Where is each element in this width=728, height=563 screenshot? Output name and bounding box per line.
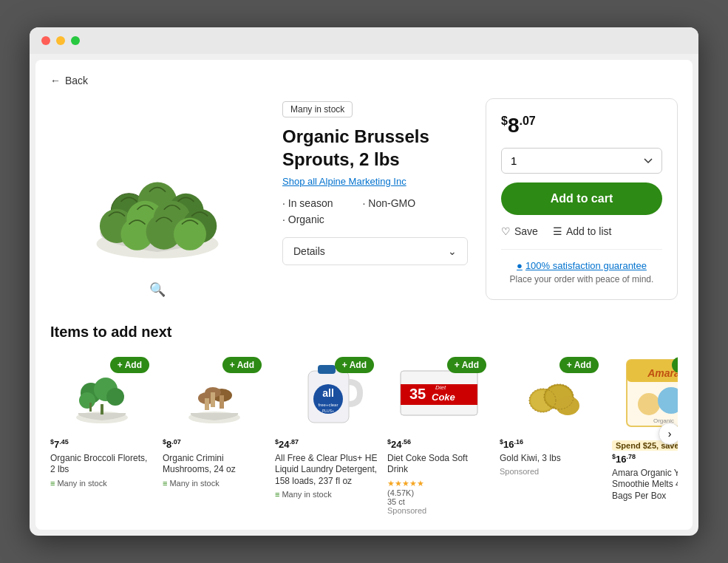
product-section: 🔍 Many in stock Organic Brussels Sprouts… [50, 98, 678, 300]
details-label: Details [293, 245, 325, 257]
sponsored-tag: Sponsored [500, 467, 603, 476]
stock-icon: ≡ [275, 490, 279, 499]
add-button-mushrooms[interactable]: + Add [222, 357, 262, 373]
stock-badge: Many in stock [282, 101, 353, 117]
plus-icon: + [455, 360, 460, 370]
purchase-panel: $8.07 1 2 3 4 5 Add to cart ♡ Save ☰ [486, 98, 678, 300]
guarantee-section: ● 100% satisfaction guarantee Place your… [501, 249, 662, 284]
svg-rect-21 [205, 398, 209, 410]
card-name: Organic Broccoli Florets, 2 lbs [50, 453, 154, 476]
card-stock: 35 ct [387, 497, 491, 506]
sponsored-tag: Sponsored [387, 506, 491, 515]
list-item[interactable]: all free+clear PLUS+ + Add $24.87 All Fr… [275, 352, 378, 515]
add-to-cart-button[interactable]: Add to cart [501, 182, 662, 215]
svg-rect-28 [318, 365, 336, 374]
card-reviews: (4.57K) [387, 488, 491, 497]
check-icon: ● [517, 260, 523, 271]
product-carousel: + Add $7.45 Organic Broccoli Florets, 2 … [50, 352, 678, 515]
svg-point-50 [638, 393, 660, 415]
list-item[interactable]: + Add $7.45 Organic Broccoli Florets, 2 … [50, 352, 154, 515]
titlebar [30, 27, 698, 54]
card-price: $7.45 [50, 438, 154, 450]
maximize-button[interactable] [71, 36, 80, 45]
card-stars: ★★★★★ [387, 479, 491, 488]
card-name: Diet Coke Soda Soft Drink [387, 453, 491, 476]
card-price: $24.56 [387, 438, 491, 450]
svg-point-16 [79, 392, 95, 409]
stock-icon: ≡ [163, 479, 167, 488]
carousel-wrapper: + Add $7.45 Organic Broccoli Florets, 2 … [50, 352, 678, 515]
svg-rect-23 [220, 395, 224, 409]
save-button[interactable]: ♡ Save [501, 225, 538, 237]
heart-icon: ♡ [501, 225, 511, 237]
add-button-detergent[interactable]: + Add [335, 357, 374, 373]
svg-text:35: 35 [409, 386, 426, 402]
carousel-next-button[interactable]: › [659, 423, 678, 445]
price-cents: .07 [519, 115, 535, 127]
product-details: Many in stock Organic Brussels Sprouts, … [282, 98, 468, 265]
plus-icon: + [118, 360, 123, 370]
card-price: $16.78 [612, 453, 678, 465]
items-next-section: Items to add next [50, 324, 678, 515]
page-content: ← Back [35, 60, 693, 530]
svg-text:Coke: Coke [432, 392, 455, 403]
card-price: $8.07 [163, 438, 266, 450]
svg-point-11 [174, 218, 206, 250]
svg-point-15 [106, 388, 124, 406]
card-stock: ≡ Many in stock [275, 490, 378, 499]
list-item[interactable]: 35 Diet Coke + Add $24.56 Diet Coke Soda… [387, 352, 491, 515]
add-to-list-label: Add to list [566, 225, 611, 237]
add-label: Add [350, 360, 367, 370]
add-button-kiwi[interactable]: + Add [559, 357, 599, 373]
attr-col-left: In season Organic [282, 197, 333, 225]
minimize-button[interactable] [56, 36, 65, 45]
card-name: Amara Organic Yogurt Smoothie Melts 4 (1… [612, 468, 678, 502]
plus-icon: + [230, 360, 235, 370]
svg-text:Diet: Diet [435, 384, 446, 391]
product-price: $8.07 [501, 114, 662, 137]
card-price: $16.16 [500, 438, 603, 450]
list-item[interactable]: + Add $16.16 Gold Kiwi, 3 lbs Sponsored [500, 352, 603, 515]
svg-point-43 [556, 396, 579, 415]
add-button-broccoli[interactable]: + Add [110, 357, 149, 373]
add-button-diet-coke[interactable]: + Add [447, 357, 486, 373]
add-to-list-button[interactable]: ☰ Add to list [553, 225, 611, 237]
back-link[interactable]: ← Back [50, 75, 678, 86]
add-label: Add [125, 360, 142, 370]
svg-text:PLUS+: PLUS+ [322, 409, 334, 413]
zoom-icon[interactable]: 🔍 [149, 282, 166, 298]
save-label: Save [514, 225, 538, 237]
action-row: ♡ Save ☰ Add to list [501, 225, 662, 237]
attr-non-gmo: Non-GMO [363, 197, 416, 209]
guarantee-link[interactable]: ● 100% satisfaction guarantee [501, 260, 662, 271]
add-label: Add [574, 360, 591, 370]
close-button[interactable] [41, 36, 50, 45]
guarantee-subtext: Place your order with peace of mind. [501, 274, 662, 284]
add-label: Add [462, 360, 479, 370]
card-stock: ≡ Many in stock [50, 479, 154, 488]
attr-col-right: Non-GMO [363, 197, 416, 225]
details-dropdown[interactable]: Details ⌄ [282, 237, 468, 265]
back-arrow-icon: ← [50, 75, 61, 86]
list-item[interactable]: + Add $8.07 Organic Crimini Mushrooms, 2… [163, 352, 266, 515]
card-name: Organic Crimini Mushrooms, 24 oz [163, 453, 266, 476]
svg-text:all: all [322, 387, 334, 399]
add-label: Add [237, 360, 254, 370]
shop-link[interactable]: Shop all Alpine Marketing Inc [282, 176, 468, 187]
product-attributes: In season Organic Non-GMO [282, 197, 468, 225]
card-stock: ≡ Many in stock [163, 479, 266, 488]
attr-in-season: In season [282, 197, 333, 209]
svg-rect-18 [89, 403, 92, 412]
stock-icon: ≡ [50, 479, 55, 488]
svg-rect-17 [101, 404, 103, 414]
items-next-title: Items to add next [50, 324, 678, 341]
browser-window: ← Back [30, 27, 698, 536]
list-icon: ☰ [553, 225, 562, 237]
svg-rect-25 [211, 392, 215, 407]
product-image [61, 98, 254, 276]
quantity-selector[interactable]: 1 2 3 4 5 [501, 148, 662, 174]
plus-icon: + [342, 360, 347, 370]
svg-text:free+clear: free+clear [319, 403, 339, 407]
product-title: Organic Brussels Sprouts, 2 lbs [282, 125, 468, 171]
chevron-down-icon: ⌄ [448, 245, 457, 257]
